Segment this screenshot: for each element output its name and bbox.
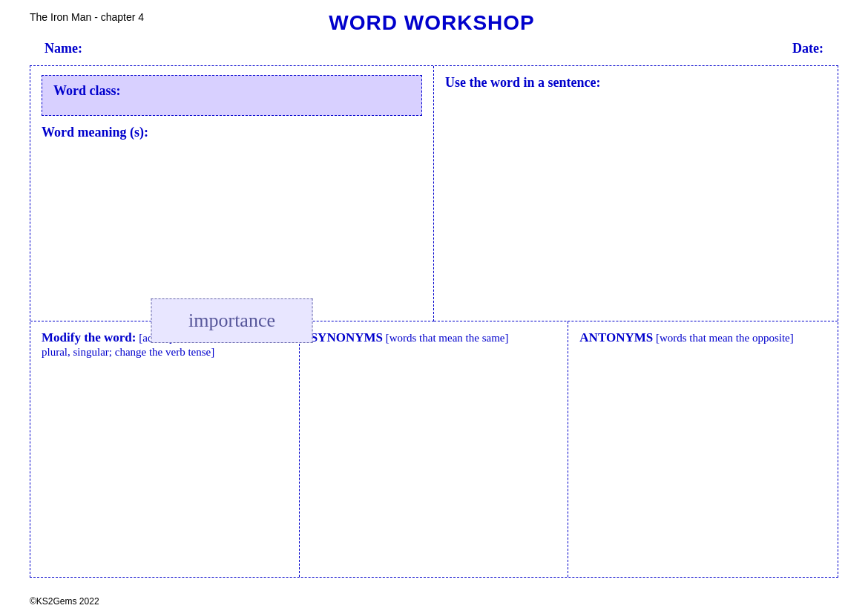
main-grid: Word class: Word meaning (s): importance…: [30, 65, 838, 578]
center-word: importance: [151, 298, 313, 343]
top-bar: The Iron Man - chapter 4 WORD WORKSHOP: [30, 11, 838, 35]
name-label: Name:: [45, 41, 82, 56]
cell-top-left: Word class: Word meaning (s): importance: [30, 66, 434, 321]
cell-bottom-middle: SYNONYMS [words that mean the same]: [300, 321, 569, 577]
synonyms-label-bold: SYNONYMS: [311, 330, 383, 344]
word-meaning-label: Word meaning (s):: [42, 125, 148, 140]
cell-top-right: Use the word in a sentence:: [434, 66, 838, 321]
book-title: The Iron Man - chapter 4: [30, 11, 144, 23]
word-class-label: Word class:: [53, 83, 121, 98]
page-title: WORD WORKSHOP: [144, 11, 720, 35]
word-meaning-section: Word meaning (s):: [42, 125, 422, 140]
synonyms-label-normal: [words that mean the same]: [383, 332, 509, 344]
modify-label-bold: Modify the word:: [42, 330, 136, 344]
use-in-sentence-label: Use the word in a sentence:: [445, 75, 600, 90]
word-class-box: Word class:: [42, 75, 422, 116]
footer: ©KS2Gems 2022: [30, 596, 99, 607]
antonyms-label-normal: [words that mean the opposite]: [653, 332, 794, 344]
name-date-row: Name: Date:: [30, 41, 838, 56]
antonyms-label-bold: ANTONYMS: [579, 330, 653, 344]
cell-bottom-right: ANTONYMS [words that mean the opposite]: [568, 321, 838, 577]
page: The Iron Man - chapter 4 WORD WORKSHOP N…: [0, 0, 868, 614]
bottom-row: Modify the word: [add a prefix or a suff…: [30, 321, 838, 577]
date-label: Date:: [792, 41, 823, 56]
cell-bottom-left: Modify the word: [add a prefix or a suff…: [30, 321, 300, 577]
copyright-text: ©KS2Gems 2022: [30, 596, 99, 607]
